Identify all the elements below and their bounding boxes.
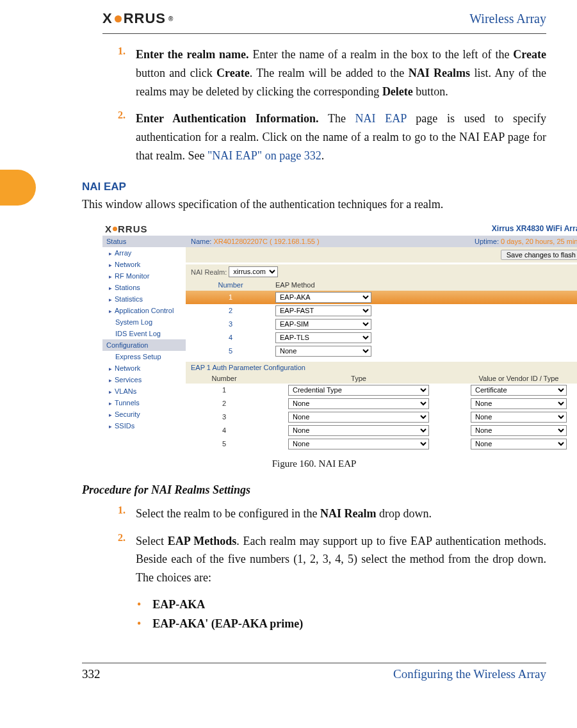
name-value: XR4012802207C ( 192.168.1.55 ) <box>213 238 319 245</box>
uptime-value: 0 days, 20 hours, 25 mins <box>501 238 577 245</box>
auth-value-select[interactable]: None <box>471 398 567 409</box>
sidebar-item[interactable]: Express Setup <box>102 351 186 362</box>
shot-sidebar: Status Array Network RF Monitor Stations… <box>102 236 186 451</box>
sidebar-item[interactable]: System Log <box>102 316 186 328</box>
sidebar-item[interactable]: Stations <box>102 282 186 293</box>
chapter-title: Configuring the Wireless Array <box>393 667 546 681</box>
eap-row[interactable]: 4EAP-TLS <box>186 331 577 344</box>
figure-caption: Figure 160. NAI EAP <box>82 458 546 469</box>
auth-row: 4NoneNone <box>186 424 577 437</box>
step-lead: Enter Authentication Information. <box>136 112 319 125</box>
sidebar-item[interactable]: IDS Event Log <box>102 328 186 339</box>
header-divider <box>102 33 546 34</box>
bullet-icon: • <box>137 615 141 633</box>
sidebar-item[interactable]: Application Control <box>102 305 186 316</box>
sidebar-item[interactable]: Network <box>102 259 186 270</box>
sidebar-item[interactable]: Security <box>102 408 186 420</box>
eap-method-select[interactable]: EAP-FAST <box>275 305 371 316</box>
col-value: Value or Vendor ID / Type <box>455 375 577 382</box>
col-number: Number <box>186 281 275 289</box>
auth-type-select[interactable]: Credential Type <box>288 385 429 396</box>
figure-screenshot: XRRUS Xirrus XR4830 WiFi Array Status Ar… <box>102 222 577 451</box>
sidebar-header-status: Status <box>102 236 186 247</box>
auth-value-select[interactable]: None <box>471 425 567 436</box>
registered-icon: ® <box>168 15 174 22</box>
step-number: 1. <box>82 505 126 523</box>
sidebar-item[interactable]: Tunnels <box>102 397 186 408</box>
auth-section-header: EAP 1 Auth Parameter Configuration <box>186 362 577 373</box>
eap-row[interactable]: 1EAP-AKA <box>186 291 577 304</box>
step-lead: Enter the realm name. <box>136 48 249 61</box>
step-number: 2. <box>82 532 126 587</box>
section-heading: NAI EAP <box>82 181 546 193</box>
link-nai-eap-page[interactable]: "NAI EAP" on page 332 <box>207 149 321 162</box>
doc-title: Wireless Array <box>469 12 546 26</box>
bullet-item: •EAP-AKA <box>137 596 546 614</box>
section-intro: This window allows specification of the … <box>82 196 546 213</box>
auth-value-select[interactable]: None <box>471 439 567 449</box>
page-number: 332 <box>82 667 101 681</box>
sidebar-header-config: Configuration <box>102 339 186 351</box>
auth-row: 2NoneNone <box>186 397 577 410</box>
col-number: Number <box>186 375 263 382</box>
auth-value-select[interactable]: Certificate <box>471 385 567 396</box>
eap-row[interactable]: 5None <box>186 344 577 358</box>
col-type: Type <box>263 375 455 382</box>
procedure-heading: Procedure for NAI Realms Settings <box>82 483 546 497</box>
sidebar-item[interactable]: Network <box>102 362 186 374</box>
sidebar-item[interactable]: Statistics <box>102 293 186 305</box>
proc-step-2: 2. Select EAP Methods. Each realm may su… <box>82 532 546 587</box>
link-nai-eap[interactable]: NAI EAP <box>355 112 407 125</box>
auth-row: 1Credential TypeCertificate <box>186 384 577 397</box>
auth-row: 5NoneNone <box>186 437 577 451</box>
name-label: Name: <box>191 238 211 245</box>
step-1: 1. Enter the realm name. Enter the name … <box>82 45 546 101</box>
proc-step-1: 1. Select the realm to be configured in … <box>82 505 546 523</box>
auth-type-select[interactable]: None <box>288 425 429 436</box>
nai-realm-label: NAI Realm: <box>191 268 227 275</box>
step-number: 2. <box>82 109 126 165</box>
eap-method-select[interactable]: EAP-TLS <box>275 332 371 343</box>
sidebar-item[interactable]: Services <box>102 374 186 385</box>
auth-type-select[interactable]: None <box>288 412 429 423</box>
uptime-label: Uptime: <box>475 238 499 245</box>
auth-type-select[interactable]: None <box>288 398 429 409</box>
sidebar-item[interactable]: Array <box>102 247 186 259</box>
sidebar-item[interactable]: VLANs <box>102 385 186 397</box>
eap-row[interactable]: 2EAP-FAST <box>186 304 577 318</box>
save-button[interactable]: Save changes to flash <box>501 250 577 260</box>
sidebar-item[interactable]: SSIDs <box>102 420 186 432</box>
shot-product: Xirrus XR4830 WiFi Array <box>492 224 577 233</box>
thumb-tab <box>0 170 36 206</box>
auth-row: 3NoneNone <box>186 410 577 424</box>
dot-icon <box>115 15 122 22</box>
auth-type-select[interactable]: None <box>288 439 429 449</box>
brand-logo: XRRUS® <box>102 10 174 27</box>
eap-row[interactable]: 3EAP-SIM <box>186 318 577 331</box>
step-number: 1. <box>82 45 126 101</box>
nai-realm-select[interactable]: xirrus.com <box>229 266 278 277</box>
auth-value-select[interactable]: None <box>471 412 567 423</box>
eap-method-select[interactable]: EAP-AKA <box>275 292 371 303</box>
bullet-icon: • <box>137 596 141 614</box>
col-method: EAP Method <box>275 281 391 289</box>
step-2: 2. Enter Authentication Information. The… <box>82 109 546 165</box>
eap-method-select[interactable]: EAP-SIM <box>275 319 371 330</box>
shot-brand-logo: XRRUS <box>105 223 148 234</box>
bullet-item: •EAP-AKA' (EAP-AKA prime) <box>137 615 546 633</box>
sidebar-item[interactable]: RF Monitor <box>102 270 186 282</box>
dot-icon <box>113 227 117 231</box>
eap-method-select[interactable]: None <box>275 346 371 357</box>
